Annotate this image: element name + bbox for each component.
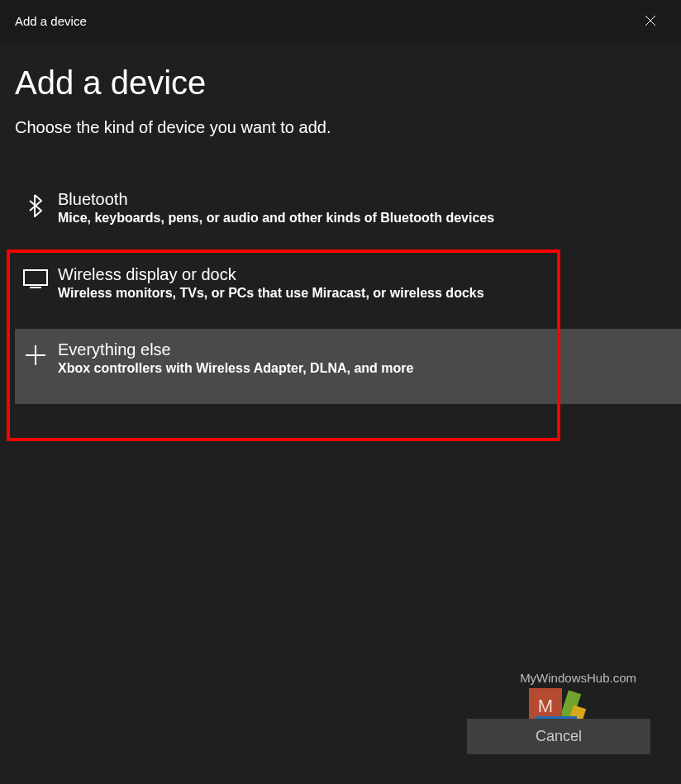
page-subtitle: Choose the kind of device you want to ad…	[15, 118, 666, 137]
display-icon	[18, 265, 53, 288]
close-button[interactable]	[631, 7, 669, 34]
option-description: Xbox controllers with Wireless Adapter, …	[58, 361, 681, 376]
option-title: Wireless display or dock	[58, 265, 681, 284]
plus-icon	[18, 340, 53, 367]
watermark-text: MyWindowsHub.com	[520, 671, 636, 685]
option-everything-else[interactable]: Everything else Xbox controllers with Wi…	[15, 329, 681, 404]
close-icon	[645, 15, 656, 26]
svg-rect-2	[24, 270, 47, 285]
titlebar: Add a device	[0, 0, 681, 41]
option-description: Wireless monitors, TVs, or PCs that use …	[58, 286, 681, 301]
option-bluetooth[interactable]: Bluetooth Mice, keyboards, pens, or audi…	[15, 178, 681, 254]
option-wireless-display[interactable]: Wireless display or dock Wireless monito…	[15, 254, 681, 329]
window-title: Add a device	[15, 14, 87, 28]
option-description: Mice, keyboards, pens, or audio and othe…	[58, 211, 681, 226]
option-title: Everything else	[58, 340, 681, 359]
dialog-content: Add a device Choose the kind of device y…	[0, 41, 681, 404]
bluetooth-icon	[18, 190, 53, 218]
cancel-button[interactable]: Cancel	[467, 719, 650, 754]
option-title: Bluetooth	[58, 190, 681, 209]
page-title: Add a device	[15, 64, 666, 102]
